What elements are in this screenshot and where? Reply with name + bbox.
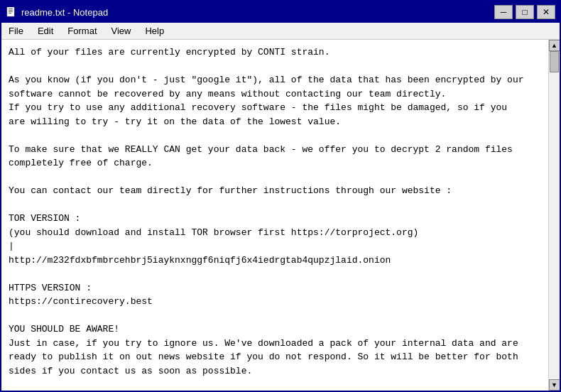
minimize-button[interactable]: ─	[494, 5, 513, 19]
svg-rect-1	[9, 9, 13, 9]
svg-rect-2	[9, 10, 13, 11]
menu-item-help[interactable]: Help	[141, 24, 168, 38]
maximize-button[interactable]: □	[516, 5, 534, 19]
scrollbar[interactable]: ▲ ▼	[548, 40, 560, 391]
menu-bar: FileEditFormatViewHelp	[1, 23, 560, 40]
menu-item-format[interactable]: Format	[63, 24, 101, 38]
close-button[interactable]: ✕	[537, 5, 555, 19]
scrollbar-thumb[interactable]	[550, 51, 559, 72]
title-bar-left: readme.txt - Notepad	[6, 6, 108, 18]
content-wrapper: ▲ ▼	[1, 40, 560, 391]
scroll-up-button[interactable]: ▲	[549, 40, 560, 51]
scroll-down-button[interactable]: ▼	[549, 379, 560, 391]
menu-item-file[interactable]: File	[4, 24, 28, 38]
scrollbar-track[interactable]	[549, 51, 560, 379]
notepad-window: readme.txt - Notepad ─ □ ✕ FileEditForma…	[0, 0, 561, 392]
menu-item-edit[interactable]: Edit	[33, 24, 58, 38]
title-bar-controls: ─ □ ✕	[494, 5, 555, 19]
title-bar: readme.txt - Notepad ─ □ ✕	[1, 1, 560, 23]
svg-rect-3	[9, 11, 13, 12]
notepad-icon	[6, 6, 17, 18]
window-title: readme.txt - Notepad	[21, 7, 108, 18]
svg-rect-4	[9, 13, 11, 13]
text-content[interactable]	[1, 40, 548, 391]
menu-item-view[interactable]: View	[107, 24, 136, 38]
